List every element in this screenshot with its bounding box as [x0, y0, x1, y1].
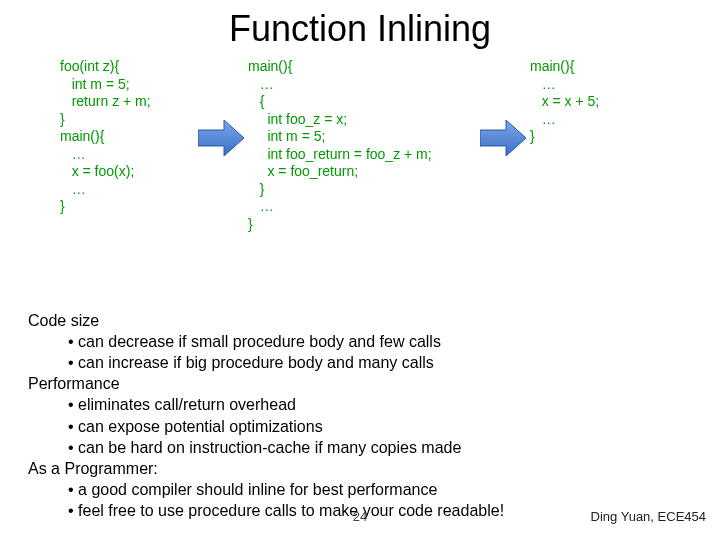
arrow-icon: [198, 118, 244, 158]
notes-bullet: • can decrease if small procedure body a…: [28, 331, 504, 352]
code-stage: foo(int z){ int m = 5; return z + m; } m…: [0, 58, 720, 288]
notes-bullet: • can increase if big procedure body and…: [28, 352, 504, 373]
svg-marker-1: [480, 120, 526, 156]
notes-bullet: • eliminates call/return overhead: [28, 394, 504, 415]
notes-bullet: • can be hard on instruction-cache if ma…: [28, 437, 504, 458]
notes-bullet: • can expose potential optimizations: [28, 416, 504, 437]
svg-marker-0: [198, 120, 244, 156]
notes-heading: Performance: [28, 373, 504, 394]
arrow-icon: [480, 118, 526, 158]
code-simplified: main(){ … x = x + 5; … }: [530, 58, 599, 146]
footer-credit: Ding Yuan, ECE454: [591, 509, 706, 524]
code-original: foo(int z){ int m = 5; return z + m; } m…: [60, 58, 151, 216]
notes-heading: As a Programmer:: [28, 458, 504, 479]
notes-block: Code size • can decrease if small proced…: [28, 310, 504, 521]
slide-title: Function Inlining: [0, 8, 720, 50]
notes-bullet: • a good compiler should inline for best…: [28, 479, 504, 500]
notes-heading: Code size: [28, 310, 504, 331]
code-inlined: main(){ … { int foo_z = x; int m = 5; in…: [248, 58, 432, 233]
